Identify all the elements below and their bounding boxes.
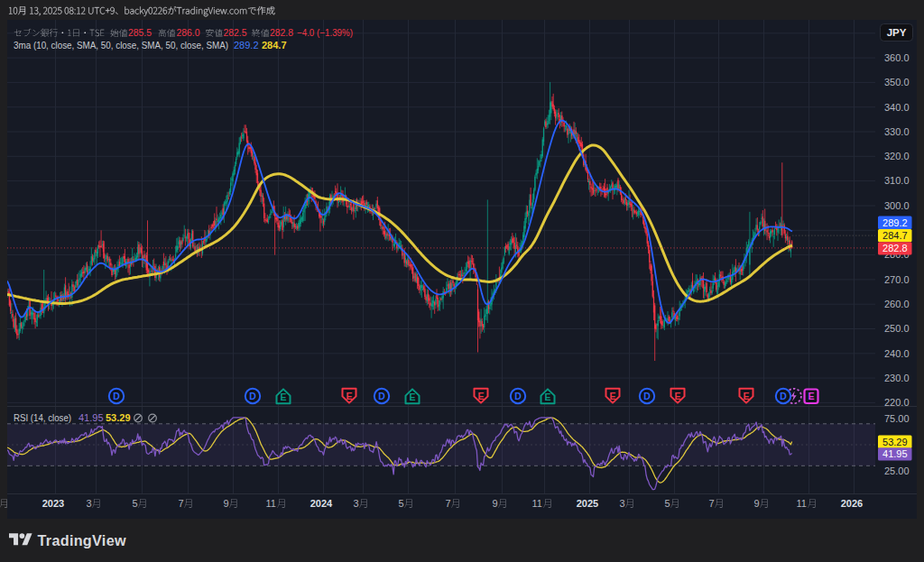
svg-text:41.95: 41.95 xyxy=(882,448,908,459)
svg-text:310.0: 310.0 xyxy=(884,175,910,186)
svg-text:53.29: 53.29 xyxy=(882,437,908,447)
svg-text:3: 3 xyxy=(620,498,625,509)
svg-text:289.2: 289.2 xyxy=(882,217,908,228)
svg-text:2024: 2024 xyxy=(310,498,333,509)
svg-text:2026: 2026 xyxy=(841,498,863,509)
svg-text:282.8: 282.8 xyxy=(882,243,908,253)
svg-text:284.7: 284.7 xyxy=(882,230,908,241)
svg-text:RSI (14, close): RSI (14, close) xyxy=(14,412,71,423)
svg-text:2025: 2025 xyxy=(577,498,598,509)
svg-text:7: 7 xyxy=(709,498,715,509)
svg-text:9: 9 xyxy=(493,498,498,509)
svg-text:D: D xyxy=(780,391,787,401)
svg-text:E: E xyxy=(346,391,352,401)
svg-text:250.0: 250.0 xyxy=(884,323,910,334)
svg-text:220.0: 220.0 xyxy=(884,397,910,408)
svg-text:340.0: 340.0 xyxy=(884,102,910,113)
svg-text:230.0: 230.0 xyxy=(884,373,910,383)
svg-text:E: E xyxy=(808,391,814,401)
svg-text:3ma (10, close, SMA, 50, close: 3ma (10, close, SMA, 50, close, SMA, 50,… xyxy=(14,40,228,51)
svg-text:5: 5 xyxy=(398,498,403,509)
svg-text:286.0: 286.0 xyxy=(177,27,200,38)
svg-text:282.8: 282.8 xyxy=(270,27,293,38)
svg-text:D: D xyxy=(249,391,256,401)
svg-text:9: 9 xyxy=(223,498,228,509)
svg-text:E: E xyxy=(280,392,286,402)
svg-text:75.00: 75.00 xyxy=(884,413,910,424)
svg-text:11: 11 xyxy=(531,498,541,509)
svg-text:2023: 2023 xyxy=(42,498,64,509)
svg-text:300.0: 300.0 xyxy=(884,200,910,211)
svg-text:7: 7 xyxy=(445,498,450,509)
svg-text:E: E xyxy=(674,391,680,401)
svg-text:270.0: 270.0 xyxy=(884,274,910,285)
svg-text:9: 9 xyxy=(754,498,760,509)
svg-text:7: 7 xyxy=(178,498,183,509)
svg-text:11: 11 xyxy=(796,498,806,509)
svg-text:E: E xyxy=(743,391,749,401)
svg-text:320.0: 320.0 xyxy=(884,151,910,161)
svg-text:25.00: 25.00 xyxy=(884,465,910,476)
svg-text:D: D xyxy=(113,391,120,401)
svg-text:3: 3 xyxy=(353,498,358,509)
svg-text:240.0: 240.0 xyxy=(884,348,910,359)
svg-text:5: 5 xyxy=(665,498,670,509)
svg-text:41.95: 41.95 xyxy=(79,412,104,423)
svg-text:E: E xyxy=(477,391,484,401)
svg-text:E: E xyxy=(544,392,550,402)
svg-text:360.0: 360.0 xyxy=(884,52,910,63)
svg-text:260.0: 260.0 xyxy=(884,299,910,309)
svg-text:284.7: 284.7 xyxy=(262,40,287,51)
svg-text:3: 3 xyxy=(87,498,92,509)
svg-text:D: D xyxy=(643,391,651,401)
svg-text:11: 11 xyxy=(265,498,275,509)
svg-text:D: D xyxy=(378,391,385,401)
svg-text:E: E xyxy=(409,392,415,402)
svg-text:TradingView: TradingView xyxy=(38,532,126,548)
svg-text:D: D xyxy=(514,391,522,401)
svg-text:330.0: 330.0 xyxy=(884,126,910,137)
svg-text:−4.0 (−1.39%): −4.0 (−1.39%) xyxy=(297,27,353,38)
svg-text:350.0: 350.0 xyxy=(884,77,910,88)
svg-text:53.29: 53.29 xyxy=(106,412,131,423)
svg-text:5: 5 xyxy=(132,498,137,509)
svg-text:E: E xyxy=(609,391,615,401)
svg-text:282.5: 282.5 xyxy=(224,27,247,38)
svg-text:289.2: 289.2 xyxy=(234,40,259,51)
svg-text:JPY: JPY xyxy=(887,27,907,38)
svg-text:285.5: 285.5 xyxy=(128,27,152,38)
